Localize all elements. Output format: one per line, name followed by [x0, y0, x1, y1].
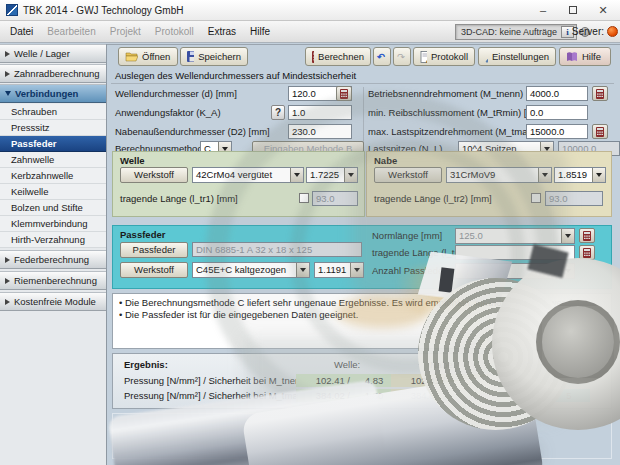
normlaenge-select[interactable]: 125.0	[455, 228, 575, 244]
welle-material-number-value: 1.7225	[307, 168, 344, 182]
result-row-label: Pressung [N/mm²] / Sicherheit bei M_tnen…	[121, 374, 311, 387]
calculate-button-label: Berechnen	[318, 51, 364, 62]
sidebar-section-label: Riemenberechnung	[14, 275, 97, 286]
reibschlussmoment-label: min. Reibschlussmoment (M_tRmin) [Nm]	[368, 106, 544, 120]
protocol-button[interactable]: Protokoll	[413, 47, 475, 66]
protocol-button-label: Protokoll	[431, 51, 468, 62]
passfeder-din-input[interactable]: DIN 6885-1 A 32 x 18 x 125	[192, 242, 362, 257]
hints-box: • Die Berechnungsmethode C liefert sehr …	[112, 293, 612, 349]
nabe-laenge-checkbox[interactable]	[531, 193, 541, 203]
menu-extras[interactable]: Extras	[201, 23, 243, 40]
sidebar-section-welle-lager[interactable]: Welle / Lager	[0, 44, 106, 63]
nabe-material-number-select[interactable]: 1.8519	[554, 167, 606, 183]
result-nabe-sicherheit-tnenn	[448, 374, 490, 387]
sidebar-item-passfeder[interactable]: Passfeder	[0, 136, 106, 152]
window-title: TBK 2014 - GWJ Technology GmbH	[23, 5, 183, 16]
chevron-right-icon	[5, 278, 10, 284]
nabe-material-value: 31CrMoV9	[447, 168, 538, 182]
nabe-laenge-label: tragende Länge (l_tr2) [mm]	[374, 192, 492, 206]
anwendungsfaktor-input[interactable]: 1.0	[288, 105, 352, 120]
calculate-button[interactable]: Berechnen	[305, 47, 371, 66]
page-title: Auslegen des Wellendurchmessers auf Mind…	[115, 70, 356, 81]
calculator-button[interactable]	[579, 228, 595, 243]
sidebar-item-bolzen-und-stifte[interactable]: Bolzen und Stifte	[0, 200, 106, 216]
sidebar-section-label: Federberechnung	[14, 254, 89, 265]
sidebar-section-riemenberechnung[interactable]: Riemenberechnung	[0, 271, 106, 290]
sidebar-section-zahnradberechnung[interactable]: Zahnradberechnung	[0, 64, 106, 83]
reibschlussmoment-input[interactable]: 0.0	[526, 105, 588, 120]
result-row-label: Pressung [N/mm²] / Sicherheit bei M_tmax…	[121, 389, 308, 402]
settings-button[interactable]: Einstellungen	[478, 47, 556, 66]
passfeder-material-number-select[interactable]: 1.1191	[314, 262, 364, 278]
welle-material-select[interactable]: 42CrMo4 vergütet	[192, 167, 304, 183]
main-content: Öffnen Speichern Berechnen ↶ ↷ Protokoll…	[107, 44, 620, 465]
sidebar-item-kerbzahnwelle[interactable]: Kerbzahnwelle	[0, 168, 106, 184]
wellendurchmesser-label: Wellendurchmesser (d) [mm]	[115, 87, 237, 101]
sidebar-section-label: Kostenfreie Module	[14, 296, 96, 307]
divider	[111, 83, 614, 84]
chevron-down-icon	[561, 229, 574, 243]
nabenaussendurchmesser-input[interactable]: 230.0	[288, 124, 352, 139]
calculator-button[interactable]	[336, 86, 352, 101]
sidebar-item-schrauben[interactable]: Schrauben	[0, 104, 106, 120]
cad-status-text: 3D-CAD: keine Aufträge	[461, 27, 557, 37]
nabe-material-select[interactable]: 31CrMoV9	[446, 167, 552, 183]
betriebsnenndrehmoment-input[interactable]: 4000.0	[526, 86, 588, 101]
document-pencil-icon	[420, 51, 427, 63]
menu-bearbeiten[interactable]: Bearbeiten	[40, 23, 102, 40]
close-button[interactable]: ✕	[588, 0, 618, 20]
help-button[interactable]: Hilfe	[559, 47, 611, 66]
calculator-button[interactable]	[592, 124, 608, 139]
sidebar-item-keilwelle[interactable]: Keilwelle	[0, 184, 106, 200]
passfeder-material-value: C45E+C kaltgezogen	[193, 263, 296, 277]
result-nabe-pressung-tnenn: 102.41 /	[391, 374, 448, 387]
results-col-passfeder: Passfeder:	[513, 358, 564, 371]
menu-datei[interactable]: Datei	[3, 23, 40, 40]
passfeder-werkstoff-button[interactable]: Werkstoff	[120, 262, 188, 278]
server-status: Server:	[552, 26, 618, 37]
chevron-down-icon	[296, 263, 309, 277]
passfeder-material-select[interactable]: C45E+C kaltgezogen	[192, 262, 310, 278]
nabe-werkstoff-button[interactable]: Werkstoff	[374, 167, 442, 183]
lastspitzendrehmoment-input[interactable]: 15000.0	[526, 124, 588, 139]
welle-werkstoff-button[interactable]: Werkstoff	[120, 167, 188, 183]
chevron-down-icon	[350, 263, 363, 277]
help-button-label: Hilfe	[582, 51, 601, 62]
floppy-disk-icon	[187, 51, 194, 62]
welle-laenge-checkbox[interactable]	[299, 193, 309, 203]
nabe-panel	[366, 151, 612, 217]
result-welle-sicherheit-tnenn: 4.83	[353, 374, 395, 387]
passfeder-select-button[interactable]: Passfeder	[120, 242, 188, 258]
calculator-button[interactable]	[579, 245, 595, 260]
sidebar-item-presssitz[interactable]: Presssitz	[0, 120, 106, 136]
calculator-button[interactable]	[592, 86, 608, 101]
anzahl-passfedern-select[interactable]	[455, 263, 575, 279]
result-nabe-pressung-tmax: 384.02 /	[391, 389, 448, 402]
sidebar-item-zahnwelle[interactable]: Zahnwelle	[0, 152, 106, 168]
menu-protokoll[interactable]: Protokoll	[148, 23, 201, 40]
welle-material-number-select[interactable]: 1.7225	[306, 167, 358, 183]
sidebar-item-hirth-verzahnung[interactable]: Hirth-Verzahnung	[0, 232, 106, 248]
settings-button-label: Einstellungen	[492, 51, 549, 62]
result-passfeder-sicherheit-tmax: 5	[548, 389, 590, 402]
open-button-label: Öffnen	[142, 51, 170, 62]
sidebar-section-kostenfreie-module[interactable]: Kostenfreie Module	[0, 292, 106, 311]
maximize-button[interactable]	[558, 0, 588, 20]
passfeder-laenge-input[interactable]	[455, 245, 575, 260]
undo-button[interactable]: ↶	[373, 47, 391, 66]
menu-hilfe[interactable]: Hilfe	[243, 23, 277, 40]
chevron-down-icon	[561, 264, 574, 278]
redo-button[interactable]: ↷	[393, 47, 411, 66]
sidebar-section-federberechnung[interactable]: Federberechnung	[0, 250, 106, 269]
help-question-button[interactable]: ?	[271, 105, 285, 120]
save-button[interactable]: Speichern	[180, 47, 248, 66]
sidebar-item-klemmverbindung[interactable]: Klemmverbindung	[0, 216, 106, 232]
menu-projekt[interactable]: Projekt	[103, 23, 148, 40]
sidebar-section-verbindungen[interactable]: Verbindungen	[0, 84, 106, 103]
nabe-laenge-input[interactable]: 93.0	[545, 191, 603, 206]
minimize-button[interactable]: –	[528, 0, 558, 20]
passfeder-panel-title: Passfeder	[120, 229, 165, 240]
chevron-right-icon	[5, 71, 10, 77]
welle-laenge-input[interactable]: 93.0	[312, 191, 358, 206]
open-button[interactable]: Öffnen	[118, 47, 178, 66]
